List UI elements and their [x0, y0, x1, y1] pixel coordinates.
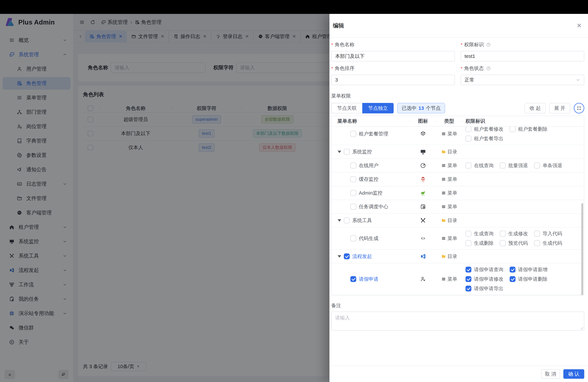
- tree-node-checkbox[interactable]: [350, 276, 356, 282]
- screen: Plus Admin 概览系统管理用户管理角色管理菜单管理部门管理岗位管理字典管…: [0, 0, 588, 382]
- code-icon: [420, 235, 426, 241]
- perm-checkbox[interactable]: [465, 231, 471, 236]
- close-icon[interactable]: ✕: [577, 22, 582, 29]
- tree-node-checkbox[interactable]: [350, 190, 356, 196]
- perm-checkbox[interactable]: [500, 231, 506, 236]
- tree-node-label[interactable]: 系统工具: [352, 217, 372, 224]
- tree-node-checkbox[interactable]: [350, 163, 356, 169]
- tree-node-label[interactable]: 请假申请: [359, 276, 378, 282]
- scrollbar-thumb[interactable]: [581, 203, 583, 296]
- field-label-perm-key: *权限标识: [461, 41, 584, 48]
- perm-item: 生成修改: [500, 229, 528, 238]
- remark-label: 备注: [331, 302, 584, 309]
- tree-node-label[interactable]: 租户套餐管理: [359, 130, 388, 137]
- tree-node-checkbox[interactable]: [350, 131, 356, 137]
- perm-item: 生成代码: [534, 238, 562, 248]
- perm-checkbox[interactable]: [534, 231, 540, 236]
- tree-row-系统工具: 系统工具目录: [332, 214, 584, 227]
- perm-checkbox[interactable]: [465, 136, 471, 142]
- folder-fill-icon: [441, 254, 446, 259]
- menu-perm-controls: 节点关联 节点独立 已选中 13 个节点 收 起 展 开: [331, 103, 584, 113]
- tree-node-checkbox[interactable]: [350, 176, 356, 182]
- perm-item: 请假申请修改: [465, 274, 504, 284]
- tree-node-checkbox[interactable]: [344, 254, 350, 259]
- package-icon: [420, 131, 426, 137]
- perm-checkbox[interactable]: [500, 163, 506, 169]
- tree-node-label[interactable]: 系统监控: [352, 149, 372, 155]
- menu-type-icon: [441, 177, 446, 182]
- perm-checkbox[interactable]: [465, 267, 471, 273]
- status-select[interactable]: 正常: [461, 75, 584, 85]
- drawer-perm-key-input[interactable]: [461, 51, 584, 62]
- perm-item: 导入代码: [534, 229, 562, 238]
- caret-down-icon[interactable]: [338, 219, 341, 222]
- tree-node-label[interactable]: 缓存监控: [359, 176, 378, 183]
- tree-node-label[interactable]: 任务调度中心: [359, 203, 388, 210]
- tree-row-Admin监控: Admin监控spring菜单: [332, 186, 584, 200]
- svg-text:redis: redis: [422, 181, 424, 182]
- perm-checkbox[interactable]: [465, 126, 471, 132]
- perm-item: 在线查询: [465, 161, 494, 170]
- chevron-down-icon: [576, 78, 580, 82]
- edit-drawer: 编辑 ✕ *角色名称 *权限标识: [329, 14, 588, 382]
- confirm-button[interactable]: 确 认: [563, 369, 584, 379]
- perm-checkbox[interactable]: [510, 267, 515, 273]
- perm-item: 请假申请新增: [510, 265, 547, 274]
- help-icon[interactable]: [486, 42, 491, 47]
- perm-item: 请假申请查询: [465, 265, 504, 274]
- caret-down-icon[interactable]: [338, 255, 341, 258]
- drawer-header: 编辑 ✕: [329, 14, 588, 38]
- perm-checkbox[interactable]: [510, 126, 515, 132]
- redis-icon: redis: [420, 176, 426, 182]
- perm-checkbox[interactable]: [465, 276, 471, 282]
- node-linked-button[interactable]: 节点关联: [331, 103, 362, 113]
- tools-icon: [420, 217, 426, 224]
- perm-checkbox[interactable]: [510, 276, 515, 282]
- tree-node-checkbox[interactable]: [350, 235, 356, 241]
- folder-fill-icon: [441, 149, 446, 154]
- svg-text:spring: spring: [421, 195, 425, 196]
- help-icon[interactable]: [486, 66, 491, 71]
- tree-row-在线用户: 在线用户菜单在线查询批量强退单条强退: [332, 159, 584, 172]
- tree-node-checkbox[interactable]: [344, 149, 350, 155]
- leave-user-icon: [420, 276, 426, 282]
- tree-node-checkbox[interactable]: [350, 204, 356, 210]
- tree-row-请假申请: 请假申请菜单请假申请查询请假申请新增请假申请修改请假申请删除请假申请导出: [332, 263, 584, 295]
- drawer-role-name-input[interactable]: [331, 51, 455, 62]
- field-label-sort: *角色排序: [331, 65, 455, 72]
- cancel-button[interactable]: 取 消: [541, 369, 560, 379]
- spring-icon: spring: [420, 190, 426, 196]
- folder-fill-icon: [441, 218, 446, 223]
- perm-checkbox[interactable]: [534, 240, 540, 246]
- tree-node-label[interactable]: 代码生成: [359, 235, 378, 242]
- selected-count-pill[interactable]: 已选中 13 个节点: [397, 103, 445, 113]
- drawer-footer: 取 消 确 认: [329, 366, 588, 382]
- drawer-title: 编辑: [333, 22, 344, 29]
- perm-checkbox[interactable]: [534, 163, 540, 169]
- perm-item: 生成删除: [465, 238, 494, 248]
- vscode-icon: [420, 253, 426, 259]
- tree-node-checkbox[interactable]: [344, 217, 350, 223]
- perm-checkbox[interactable]: [500, 240, 506, 246]
- tree-node-label[interactable]: 在线用户: [359, 162, 378, 169]
- remark-textarea[interactable]: [331, 312, 584, 331]
- node-independent-button[interactable]: 节点独立: [362, 103, 394, 113]
- perm-checkbox[interactable]: [465, 163, 471, 169]
- caret-down-icon[interactable]: [338, 151, 341, 153]
- perm-checkbox[interactable]: [465, 286, 471, 292]
- tree-node-label[interactable]: 流程发起: [352, 253, 372, 260]
- drawer-sort-input[interactable]: [331, 75, 455, 85]
- menu-type-icon: [441, 236, 446, 241]
- tree-row-流程发起: 流程发起目录: [332, 250, 584, 263]
- perm-checkbox[interactable]: [465, 240, 471, 246]
- fullscreen-button[interactable]: [574, 103, 584, 113]
- tree-node-label[interactable]: Admin监控: [359, 190, 382, 196]
- schedule-icon: [420, 204, 426, 210]
- monitor-icon: [420, 149, 426, 155]
- expand-all-button[interactable]: 展 开: [549, 103, 570, 113]
- menu-type-icon: [441, 276, 446, 281]
- expand-screen-icon: [576, 106, 582, 111]
- tree-row-任务调度中心: 任务调度中心菜单: [332, 200, 584, 214]
- collapse-all-button[interactable]: 收 起: [525, 103, 546, 113]
- menu-tree: 菜单名称 图标 类型 权限标识 租户套餐管理菜单租户套餐修改租户套餐删除租户套餐…: [331, 116, 584, 296]
